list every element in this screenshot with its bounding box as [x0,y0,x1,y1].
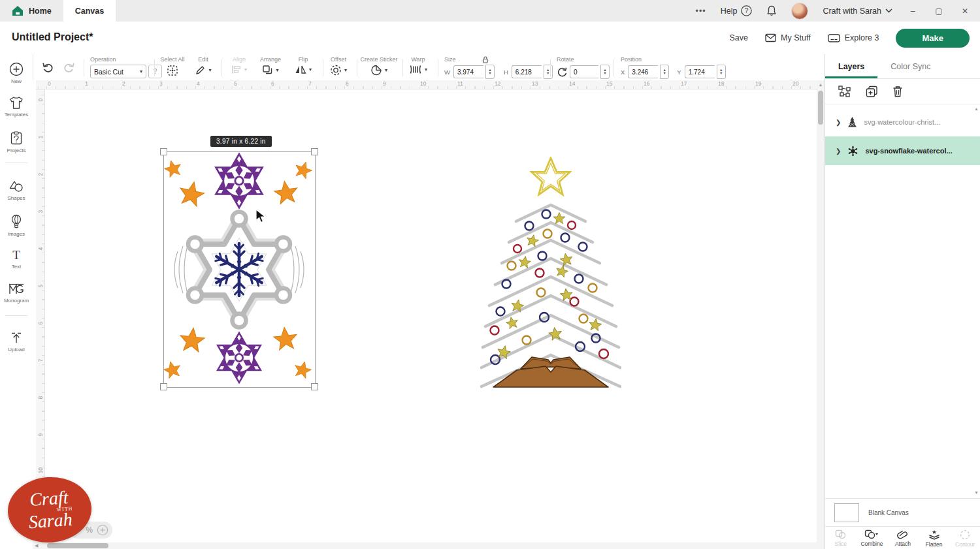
sidebar-item-upload[interactable]: Upload [0,331,33,353]
sidebar-item-new[interactable]: New [0,62,33,84]
upload-icon [10,331,23,345]
christmas-tree-design[interactable] [480,157,621,389]
ruler-mark: 7 [308,80,312,87]
attach-button[interactable]: Attach [887,527,919,549]
operation-select[interactable]: Basic Cut ▾ [90,65,146,78]
explore-button[interactable]: Explore 3 [828,33,879,42]
design-canvas[interactable] [33,80,817,542]
position-x-stepper-down-icon[interactable]: ▼ [663,72,666,75]
sidebar-item-projects[interactable]: Projects [0,131,33,153]
ruler-mark: 2 [37,169,44,176]
left-sidebar: New Templates Projects Shapes Images [0,54,33,549]
ruler-mark: 1 [85,80,88,87]
explore-label: Explore 3 [845,33,879,42]
width-stepper-down-icon[interactable]: ▼ [488,72,491,75]
zoom-in-icon[interactable] [97,524,108,536]
selection-handle-ne[interactable] [311,148,318,155]
flip-caret-icon: ▾ [309,67,312,72]
blank-canvas-swatch[interactable] [834,503,859,522]
make-button[interactable]: Make [896,29,970,48]
chevron-right-icon[interactable]: ❯ [836,119,841,126]
account-menu[interactable]: Craft with Sarah [823,7,892,16]
position-y-stepper-down-icon[interactable]: ▼ [719,72,723,75]
flatten-button[interactable]: Flatten [919,527,950,549]
blank-canvas-row[interactable]: Blank Canvas [825,498,980,526]
size-lock-toggle[interactable] [481,55,490,64]
undo-button[interactable] [42,61,54,72]
chevron-right-icon[interactable]: ❯ [836,148,841,155]
contour-button: Contour [949,527,980,549]
layer-row-christmas-tree[interactable]: ❯ svg-watercolour-christ... [825,108,980,136]
sidebar-item-text[interactable]: T Text [0,249,33,270]
save-button[interactable]: Save [730,33,749,42]
avatar[interactable] [791,3,808,20]
sidebar-item-monogram[interactable]: Monogram [0,283,33,304]
my-stuff-label: My Stuff [781,33,811,42]
position-y-input[interactable]: 1.724 [685,65,715,78]
sidebar-item-images[interactable]: Images [0,214,33,237]
scroll-up-icon[interactable]: ▲ [817,80,825,87]
width-stepper[interactable]: ▲▼ [485,65,495,79]
tab-home[interactable]: Home [0,0,63,22]
layer-thumbnail-snowflake-icon [847,146,858,157]
horizontal-scroll-thumb[interactable] [47,543,108,548]
arrange-button[interactable]: Arrange ▾ [255,56,286,75]
more-menu-icon[interactable]: ••• [696,7,706,16]
my-stuff-button[interactable]: My Stuff [765,33,811,42]
warp-label: Warp [411,56,425,63]
ruler-mark: 11 [457,80,463,87]
panel-scroll-up-icon[interactable]: ▲ [974,106,979,111]
create-sticker-button[interactable]: Create Sticker ▾ [358,56,400,76]
create-sticker-icon [370,65,382,76]
sidebar-item-label: Text [12,264,22,270]
height-stepper[interactable]: ▲▼ [544,65,553,79]
warp-button[interactable]: Warp ▾ [404,56,433,74]
position-y-stepper[interactable]: ▲▼ [717,65,726,79]
canvas-vertical-scrollbar[interactable]: ▲ [817,80,825,542]
rotate-input[interactable]: 0 [570,65,598,78]
logo-word-sarah: Sarah [28,512,73,531]
rotate-stepper-down-icon[interactable]: ▼ [603,72,606,75]
tab-canvas[interactable]: Canvas [63,0,116,22]
window-close-button[interactable]: ✕ [959,7,971,16]
svg-text:?: ? [745,7,749,14]
panel-scroll-down-icon[interactable]: ▼ [974,490,979,495]
position-x-input[interactable]: 3.246 [628,65,658,78]
tab-layers[interactable]: Layers [825,54,877,78]
width-input[interactable]: 3.974 [453,65,483,78]
notifications-bell-icon[interactable] [766,5,777,16]
window-minimize-button[interactable]: – [907,7,919,16]
edit-button[interactable]: Edit ▾ [189,56,217,76]
size-group: Size W 3.974 ▲▼ H 6.218 ▲▼ [444,56,553,79]
flip-button[interactable]: Flip ▾ [290,56,316,74]
position-x-stepper[interactable]: ▲▼ [660,65,669,79]
sidebar-item-shapes[interactable]: Shapes [0,180,33,201]
attach-paperclip-icon [896,530,909,539]
offset-button[interactable]: Offset ▾ [324,56,353,76]
rotate-label: Rotate [557,56,574,63]
tab-color-sync[interactable]: Color Sync [877,54,943,78]
combine-button[interactable]: Combine [857,527,888,549]
redo-button[interactable] [63,61,75,72]
delete-trash-icon[interactable] [892,86,903,97]
selection-handle-sw[interactable] [160,383,167,390]
sidebar-item-templates[interactable]: Templates [0,96,33,118]
vertical-scroll-thumb[interactable] [818,91,823,125]
images-balloon-icon [10,214,23,229]
window-maximize-button[interactable]: ▢ [933,7,945,16]
layer-row-snowflake[interactable]: ❯ svg-snowflake-watercol... [825,136,980,165]
ruler-mark: 5 [37,281,44,288]
group-icon[interactable] [838,86,851,97]
duplicate-icon[interactable] [866,86,878,97]
help-menu[interactable]: Help ? [721,5,753,16]
rotate-stepper[interactable]: ▲▼ [600,65,610,79]
height-input[interactable]: 6.218 [512,65,542,78]
selection-bounding-box[interactable] [163,151,316,388]
selection-handle-se[interactable] [311,383,318,390]
selection-handle-nw[interactable] [160,148,167,155]
select-all-button[interactable]: Select All [155,56,189,76]
canvas-horizontal-scrollbar[interactable]: ◀ [33,542,825,549]
scroll-left-icon[interactable]: ◀ [35,543,38,548]
ruler-mark: 10 [420,80,426,87]
height-stepper-down-icon[interactable]: ▼ [546,72,549,75]
